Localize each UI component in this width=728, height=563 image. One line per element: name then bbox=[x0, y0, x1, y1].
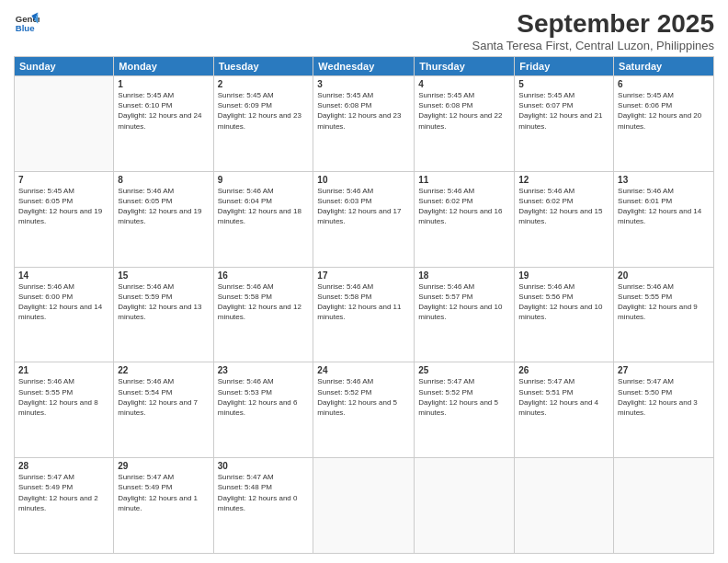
calendar-cell: 9Sunrise: 5:46 AM Sunset: 6:04 PM Daylig… bbox=[213, 171, 313, 267]
day-info: Sunrise: 5:46 AM Sunset: 5:55 PM Dayligh… bbox=[18, 376, 109, 418]
logo-icon: General Blue bbox=[14, 9, 40, 35]
col-wednesday: Wednesday bbox=[313, 57, 415, 76]
day-number: 22 bbox=[118, 365, 209, 375]
calendar-cell: 17Sunrise: 5:46 AM Sunset: 5:58 PM Dayli… bbox=[313, 267, 415, 362]
day-number: 17 bbox=[317, 270, 410, 281]
calendar-cell: 12Sunrise: 5:46 AM Sunset: 6:02 PM Dayli… bbox=[515, 171, 614, 267]
calendar-cell: 4Sunrise: 5:45 AM Sunset: 6:08 PM Daylig… bbox=[415, 76, 515, 172]
calendar-cell: 11Sunrise: 5:46 AM Sunset: 6:02 PM Dayli… bbox=[415, 171, 515, 267]
calendar-cell: 1Sunrise: 5:45 AM Sunset: 6:10 PM Daylig… bbox=[114, 76, 213, 172]
calendar-week-0: 1Sunrise: 5:45 AM Sunset: 6:10 PM Daylig… bbox=[15, 76, 714, 172]
calendar-cell: 26Sunrise: 5:47 AM Sunset: 5:51 PM Dayli… bbox=[515, 362, 614, 458]
calendar-cell: 8Sunrise: 5:46 AM Sunset: 6:05 PM Daylig… bbox=[114, 171, 213, 267]
day-number: 8 bbox=[118, 175, 209, 185]
calendar-title: September 2025 bbox=[472, 9, 714, 39]
day-number: 24 bbox=[317, 365, 410, 375]
day-number: 3 bbox=[317, 79, 410, 89]
day-number: 11 bbox=[418, 175, 510, 185]
calendar-page: General Blue September 2025 Santa Teresa… bbox=[0, 0, 728, 563]
day-number: 21 bbox=[18, 365, 109, 375]
calendar-cell: 10Sunrise: 5:46 AM Sunset: 6:03 PM Dayli… bbox=[313, 171, 415, 267]
svg-text:Blue: Blue bbox=[16, 23, 35, 33]
calendar-table: Sunday Monday Tuesday Wednesday Thursday… bbox=[14, 56, 714, 554]
day-info: Sunrise: 5:45 AM Sunset: 6:05 PM Dayligh… bbox=[18, 186, 109, 227]
calendar-cell: 3Sunrise: 5:45 AM Sunset: 6:08 PM Daylig… bbox=[313, 76, 415, 172]
day-number: 9 bbox=[218, 175, 310, 185]
header: General Blue September 2025 Santa Teresa… bbox=[14, 9, 714, 52]
day-info: Sunrise: 5:46 AM Sunset: 6:05 PM Dayligh… bbox=[118, 186, 209, 227]
calendar-cell: 21Sunrise: 5:46 AM Sunset: 5:55 PM Dayli… bbox=[15, 362, 114, 458]
day-info: Sunrise: 5:45 AM Sunset: 6:09 PM Dayligh… bbox=[218, 90, 310, 132]
day-number: 15 bbox=[118, 270, 209, 281]
calendar-cell: 5Sunrise: 5:45 AM Sunset: 6:07 PM Daylig… bbox=[515, 76, 614, 172]
calendar-cell: 13Sunrise: 5:46 AM Sunset: 6:01 PM Dayli… bbox=[614, 171, 714, 267]
day-info: Sunrise: 5:46 AM Sunset: 5:52 PM Dayligh… bbox=[317, 376, 410, 418]
day-number: 1 bbox=[118, 79, 209, 89]
calendar-cell: 27Sunrise: 5:47 AM Sunset: 5:50 PM Dayli… bbox=[614, 362, 714, 458]
calendar-cell: 20Sunrise: 5:46 AM Sunset: 5:55 PM Dayli… bbox=[614, 267, 714, 362]
calendar-cell bbox=[313, 458, 415, 554]
calendar-cell: 24Sunrise: 5:46 AM Sunset: 5:52 PM Dayli… bbox=[313, 362, 415, 458]
day-info: Sunrise: 5:46 AM Sunset: 6:01 PM Dayligh… bbox=[618, 186, 710, 227]
day-number: 23 bbox=[218, 365, 310, 375]
day-number: 16 bbox=[218, 270, 310, 281]
day-info: Sunrise: 5:45 AM Sunset: 6:07 PM Dayligh… bbox=[518, 90, 609, 132]
calendar-body: 1Sunrise: 5:45 AM Sunset: 6:10 PM Daylig… bbox=[15, 76, 714, 554]
calendar-cell: 23Sunrise: 5:46 AM Sunset: 5:53 PM Dayli… bbox=[213, 362, 313, 458]
calendar-subtitle: Santa Teresa First, Central Luzon, Phili… bbox=[472, 39, 714, 52]
day-info: Sunrise: 5:46 AM Sunset: 5:58 PM Dayligh… bbox=[218, 282, 310, 323]
day-info: Sunrise: 5:46 AM Sunset: 5:57 PM Dayligh… bbox=[418, 282, 510, 323]
day-number: 4 bbox=[418, 79, 510, 89]
day-info: Sunrise: 5:47 AM Sunset: 5:52 PM Dayligh… bbox=[418, 376, 510, 418]
day-number: 10 bbox=[317, 175, 410, 185]
day-number: 7 bbox=[18, 175, 109, 185]
col-saturday: Saturday bbox=[614, 57, 714, 76]
calendar-cell bbox=[515, 458, 614, 554]
day-info: Sunrise: 5:45 AM Sunset: 6:08 PM Dayligh… bbox=[317, 90, 410, 132]
calendar-cell: 19Sunrise: 5:46 AM Sunset: 5:56 PM Dayli… bbox=[515, 267, 614, 362]
day-info: Sunrise: 5:46 AM Sunset: 5:59 PM Dayligh… bbox=[118, 282, 209, 323]
col-friday: Friday bbox=[515, 57, 614, 76]
day-number: 14 bbox=[18, 270, 109, 281]
calendar-cell: 7Sunrise: 5:45 AM Sunset: 6:05 PM Daylig… bbox=[15, 171, 114, 267]
day-number: 26 bbox=[518, 365, 609, 375]
calendar-cell bbox=[415, 458, 515, 554]
day-number: 29 bbox=[118, 461, 209, 471]
day-number: 12 bbox=[518, 175, 609, 185]
day-number: 18 bbox=[418, 270, 510, 281]
calendar-cell: 16Sunrise: 5:46 AM Sunset: 5:58 PM Dayli… bbox=[213, 267, 313, 362]
day-info: Sunrise: 5:46 AM Sunset: 5:56 PM Dayligh… bbox=[518, 282, 609, 323]
calendar-week-3: 21Sunrise: 5:46 AM Sunset: 5:55 PM Dayli… bbox=[15, 362, 714, 458]
day-info: Sunrise: 5:46 AM Sunset: 6:03 PM Dayligh… bbox=[317, 186, 410, 227]
day-info: Sunrise: 5:45 AM Sunset: 6:10 PM Dayligh… bbox=[118, 90, 209, 132]
day-info: Sunrise: 5:46 AM Sunset: 5:55 PM Dayligh… bbox=[618, 282, 710, 323]
day-info: Sunrise: 5:47 AM Sunset: 5:51 PM Dayligh… bbox=[518, 376, 609, 418]
day-info: Sunrise: 5:45 AM Sunset: 6:08 PM Dayligh… bbox=[418, 90, 510, 132]
day-info: Sunrise: 5:46 AM Sunset: 5:58 PM Dayligh… bbox=[317, 282, 410, 323]
day-info: Sunrise: 5:46 AM Sunset: 5:54 PM Dayligh… bbox=[118, 376, 209, 418]
logo: General Blue bbox=[14, 9, 40, 35]
calendar-cell: 2Sunrise: 5:45 AM Sunset: 6:09 PM Daylig… bbox=[213, 76, 313, 172]
col-thursday: Thursday bbox=[415, 57, 515, 76]
col-monday: Monday bbox=[114, 57, 213, 76]
calendar-cell: 22Sunrise: 5:46 AM Sunset: 5:54 PM Dayli… bbox=[114, 362, 213, 458]
day-number: 13 bbox=[618, 175, 710, 185]
day-number: 28 bbox=[18, 461, 109, 471]
day-number: 27 bbox=[618, 365, 710, 375]
title-section: September 2025 Santa Teresa First, Centr… bbox=[472, 9, 714, 52]
calendar-cell: 18Sunrise: 5:46 AM Sunset: 5:57 PM Dayli… bbox=[415, 267, 515, 362]
day-number: 6 bbox=[618, 79, 710, 89]
day-info: Sunrise: 5:47 AM Sunset: 5:48 PM Dayligh… bbox=[218, 472, 310, 513]
calendar-cell bbox=[15, 76, 114, 172]
day-info: Sunrise: 5:47 AM Sunset: 5:49 PM Dayligh… bbox=[118, 472, 209, 513]
day-number: 25 bbox=[418, 365, 510, 375]
day-number: 30 bbox=[218, 461, 310, 471]
day-info: Sunrise: 5:46 AM Sunset: 6:04 PM Dayligh… bbox=[218, 186, 310, 227]
header-row: Sunday Monday Tuesday Wednesday Thursday… bbox=[15, 57, 714, 76]
day-number: 19 bbox=[518, 270, 609, 281]
calendar-week-2: 14Sunrise: 5:46 AM Sunset: 6:00 PM Dayli… bbox=[15, 267, 714, 362]
day-info: Sunrise: 5:47 AM Sunset: 5:50 PM Dayligh… bbox=[618, 376, 710, 418]
col-tuesday: Tuesday bbox=[213, 57, 313, 76]
day-number: 2 bbox=[218, 79, 310, 89]
calendar-cell: 25Sunrise: 5:47 AM Sunset: 5:52 PM Dayli… bbox=[415, 362, 515, 458]
